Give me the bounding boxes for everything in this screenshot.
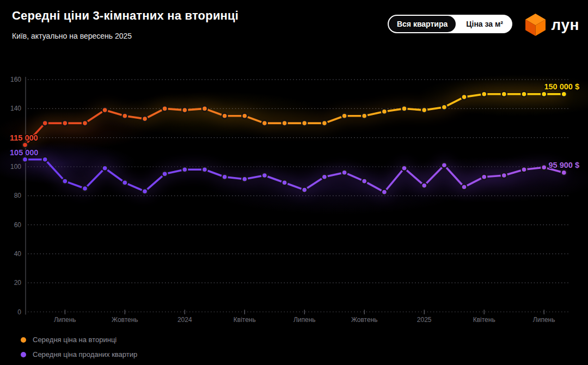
legend-dot-purple-icon xyxy=(21,352,26,357)
legend-dot-orange-icon xyxy=(21,337,26,343)
legend-label-secondary-price: Середня ціна на вторинці xyxy=(33,336,117,344)
svg-text:115 000: 115 000 xyxy=(10,133,38,142)
svg-text:95 900 $: 95 900 $ xyxy=(549,161,579,169)
svg-text:2024: 2024 xyxy=(177,316,192,324)
svg-text:Липень: Липень xyxy=(54,316,76,324)
svg-text:Квітень: Квітень xyxy=(473,316,495,324)
svg-text:20: 20 xyxy=(14,279,22,287)
legend-label-sold-price: Середня ціна проданих квартир xyxy=(33,350,137,358)
svg-text:105 000: 105 000 xyxy=(10,148,38,157)
svg-text:Липень: Липень xyxy=(533,316,555,324)
svg-text:150 000 $: 150 000 $ xyxy=(544,82,579,91)
price-chart: 020406080100140160ЛипеньЖовтень2024Квіте… xyxy=(0,0,588,365)
svg-text:40: 40 xyxy=(14,250,22,258)
svg-text:80: 80 xyxy=(14,192,22,199)
chart-legend: Середня ціна на вторинці Середня ціна пр… xyxy=(21,332,137,362)
svg-text:Липень: Липень xyxy=(293,316,316,324)
legend-item-sold-price: Середня ціна проданих квартир xyxy=(21,347,137,362)
svg-text:Жовтень: Жовтень xyxy=(351,316,378,324)
svg-text:100: 100 xyxy=(10,163,21,171)
svg-text:0: 0 xyxy=(17,308,21,316)
svg-text:140: 140 xyxy=(10,105,21,112)
svg-text:2025: 2025 xyxy=(417,316,432,324)
svg-text:Квітень: Квітень xyxy=(234,316,256,324)
svg-text:60: 60 xyxy=(14,221,22,229)
legend-item-secondary-price: Середня ціна на вторинці xyxy=(21,332,137,347)
svg-text:Жовтень: Жовтень xyxy=(112,316,138,324)
svg-text:160: 160 xyxy=(10,76,21,83)
